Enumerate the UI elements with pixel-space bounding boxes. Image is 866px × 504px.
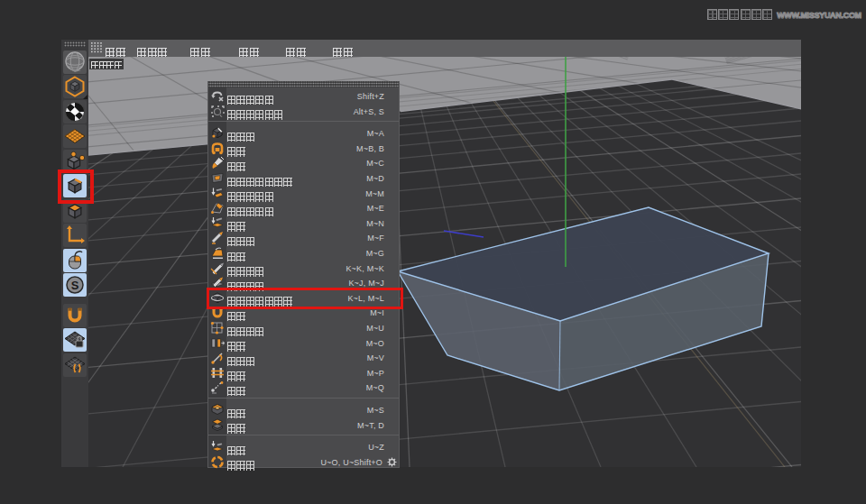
svg-text:S: S — [71, 279, 79, 292]
